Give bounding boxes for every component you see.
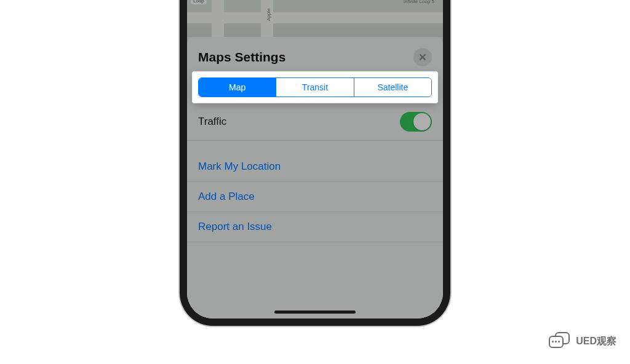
wechat-icon	[549, 332, 571, 350]
segment-label: Transit	[302, 82, 328, 92]
settings-sheet: Maps Settings Map Transit Satellite	[187, 37, 443, 318]
sheet-title: Maps Settings	[198, 50, 285, 65]
stage: Loop Infinite Loop 5 Apple Maps Settings…	[0, 0, 630, 364]
link-label: Report an Issue	[198, 221, 272, 233]
traffic-row: Traffic	[187, 103, 443, 141]
segment-satellite[interactable]: Satellite	[354, 78, 431, 97]
link-add-a-place[interactable]: Add a Place	[187, 182, 443, 212]
close-button[interactable]	[413, 48, 432, 66]
watermark: UED观察	[549, 332, 616, 350]
map-street-label-2: Apple	[266, 9, 271, 21]
map-background: Loop Infinite Loop 5 Apple	[187, 0, 443, 37]
home-indicator[interactable]	[274, 311, 356, 314]
watermark-text: UED观察	[576, 335, 616, 348]
segment-transit[interactable]: Transit	[276, 78, 354, 97]
map-street-label: Infinite Loop 5	[404, 0, 434, 4]
segment-label: Map	[229, 82, 245, 92]
traffic-toggle[interactable]	[400, 112, 432, 132]
map-type-segmented-control: Map Transit Satellite	[198, 77, 432, 97]
map-pill: Loop	[191, 0, 207, 4]
traffic-label: Traffic	[198, 116, 226, 128]
segment-label: Satellite	[377, 82, 408, 92]
sheet-header: Maps Settings	[187, 37, 443, 73]
segment-map[interactable]: Map	[199, 78, 276, 97]
link-label: Add a Place	[198, 191, 255, 203]
link-mark-my-location[interactable]: Mark My Location	[187, 152, 443, 182]
section-gap	[187, 141, 443, 152]
phone-frame: Loop Infinite Loop 5 Apple Maps Settings…	[180, 0, 450, 326]
link-report-an-issue[interactable]: Report an Issue	[187, 212, 443, 242]
link-label: Mark My Location	[198, 160, 281, 173]
segmented-wrapper: Map Transit Satellite	[187, 73, 443, 103]
close-icon	[419, 53, 426, 61]
